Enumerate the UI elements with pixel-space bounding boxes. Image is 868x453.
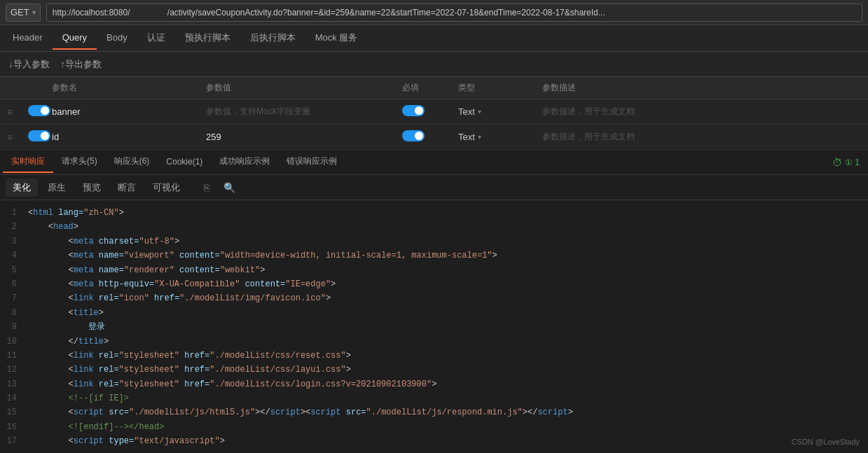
required-toggle-1[interactable] <box>402 130 425 141</box>
param-description-0: 参数描述，用于生成文档 <box>542 106 635 116</box>
view-btn-beautify[interactable]: 美化 <box>6 179 38 197</box>
col-description: 参数描述 <box>538 82 865 94</box>
method-label: GET <box>11 7 29 18</box>
response-view-bar: 美化 原生 预览 断言 可视化 ⎘ 🔍 <box>0 175 868 200</box>
view-btn-raw[interactable]: 原生 <box>41 179 73 197</box>
tab-auth[interactable]: 认证 <box>137 26 175 51</box>
tab-pre-script[interactable]: 预执行脚本 <box>175 26 240 51</box>
url-bar: GET ▾ <box>0 0 868 25</box>
description-cell-1: 参数描述，用于生成文档 <box>538 131 865 143</box>
line-number: 10 <box>0 335 28 349</box>
line-number: 14 <box>0 391 28 405</box>
request-tab-bar: Header Query Body 认证 预执行脚本 后执行脚本 Mock 服务 <box>0 25 868 52</box>
required-cell-1[interactable] <box>398 130 454 144</box>
view-btn-visualize[interactable]: 可视化 <box>146 179 187 197</box>
line-content: <meta charset="utf-8"> <box>28 235 868 249</box>
line-number: 12 <box>0 363 28 377</box>
line-content: <meta http-equiv="X-UA-Compatible" conte… <box>28 277 868 291</box>
drag-icon: ≡ <box>7 132 13 143</box>
code-line: 14 <!--[if IE]> <box>0 391 868 405</box>
type-dropdown-icon-0: ▾ <box>478 108 481 116</box>
tab-response-headers[interactable]: 响应头(6) <box>106 151 158 173</box>
clock-icon: ⏱ <box>832 157 842 168</box>
line-content: </title> <box>28 335 868 349</box>
tab-realtime-response[interactable]: 实时响应 <box>3 151 53 173</box>
toggle-cell-1[interactable] <box>25 130 48 144</box>
code-line: 4 <meta name="viewport" content="width=d… <box>0 249 868 263</box>
copy-icon[interactable]: ⎘ <box>198 179 215 196</box>
code-line: 2 <head> <box>0 220 868 234</box>
timer-badge: ⏱ ① 1 <box>832 157 860 168</box>
param-name-1: id <box>48 132 202 142</box>
code-line: 9 登录 <box>0 320 868 334</box>
code-line: 5 <meta name="renderer" content="webkit"… <box>0 263 868 277</box>
line-content: <script type="text/javascript"> <box>28 434 868 445</box>
line-content: <title> <box>28 306 868 320</box>
params-toolbar: ↓导入参数 ↑导出参数 <box>0 52 868 77</box>
code-line: 6 <meta http-equiv="X-UA-Compatible" con… <box>0 277 868 291</box>
tab-header[interactable]: Header <box>3 27 53 50</box>
code-view: 1<html lang="zh-CN">2 <head>3 <meta char… <box>0 200 868 445</box>
line-content: 登录 <box>28 320 868 334</box>
method-select[interactable]: GET ▾ <box>6 4 41 22</box>
col-param-value: 参数值 <box>202 82 398 94</box>
line-number: 6 <box>0 277 28 291</box>
url-input[interactable] <box>46 4 862 22</box>
timer-value: ① 1 <box>845 158 860 167</box>
type-label-1: Text <box>458 132 475 142</box>
table-row: ≡ id 259 Text ▾ 参数描述，用于生成文档 <box>0 125 868 150</box>
tab-cookie[interactable]: Cookie(1) <box>158 153 211 172</box>
line-number: 5 <box>0 263 28 277</box>
line-content: <link rel="icon" href="./modelList/img/f… <box>28 291 868 305</box>
csdn-badge: CSDN @LoveStady <box>792 438 860 446</box>
tab-success-example[interactable]: 成功响应示例 <box>211 151 278 173</box>
search-icon[interactable]: 🔍 <box>218 179 241 196</box>
response-tab-bar: 实时响应 请求头(5) 响应头(6) Cookie(1) 成功响应示例 错误响应… <box>0 150 868 175</box>
toggle-cell-0[interactable] <box>25 105 48 118</box>
tab-mock[interactable]: Mock 服务 <box>305 26 368 51</box>
line-number: 16 <box>0 420 28 434</box>
export-params-button[interactable]: ↑导出参数 <box>61 58 102 71</box>
param-name-0: banner <box>48 106 202 117</box>
tab-post-script[interactable]: 后执行脚本 <box>240 26 305 51</box>
code-line: 3 <meta charset="utf-8"> <box>0 235 868 249</box>
row-toggle-0[interactable] <box>28 105 50 116</box>
type-cell-1[interactable]: Text ▾ <box>454 132 538 142</box>
col-param-name: 参数名 <box>48 82 202 94</box>
method-dropdown-icon: ▾ <box>32 8 36 16</box>
code-line: 13 <link rel="stylesheet" href="./modelL… <box>0 377 868 391</box>
tab-query[interactable]: Query <box>53 27 97 50</box>
required-cell-0[interactable] <box>398 105 454 118</box>
required-toggle-0[interactable] <box>402 105 425 116</box>
line-number: 7 <box>0 291 28 305</box>
line-number: 8 <box>0 306 28 320</box>
line-number: 1 <box>0 206 28 220</box>
tab-error-example[interactable]: 错误响应示例 <box>278 151 345 173</box>
import-params-button[interactable]: ↓导入参数 <box>8 58 50 71</box>
tab-body[interactable]: Body <box>97 27 137 50</box>
line-content: <meta name="renderer" content="webkit"> <box>28 263 868 277</box>
line-content: <meta name="viewport" content="width=dev… <box>28 249 868 263</box>
drag-handle-1[interactable]: ≡ <box>3 132 25 143</box>
code-line: 8 <title> <box>0 306 868 320</box>
line-number: 2 <box>0 220 28 234</box>
line-content: <script src="./modelList/js/html5.js"></… <box>28 405 868 419</box>
drag-icon: ≡ <box>7 106 13 118</box>
row-toggle-1[interactable] <box>28 130 50 141</box>
line-content: <link rel="stylesheet" href="./modelList… <box>28 349 868 363</box>
view-btn-preview[interactable]: 预览 <box>76 179 108 197</box>
description-cell-0: 参数描述，用于生成文档 <box>538 106 865 118</box>
code-line: 15 <script src="./modelList/js/html5.js"… <box>0 405 868 419</box>
drag-handle-0[interactable]: ≡ <box>3 106 25 118</box>
view-btn-assertion[interactable]: 断言 <box>111 179 143 197</box>
line-number: 15 <box>0 405 28 419</box>
line-content: <link rel="stylesheet" href="./modelList… <box>28 363 868 377</box>
type-cell-0[interactable]: Text ▾ <box>454 106 538 117</box>
code-line: 1<html lang="zh-CN"> <box>0 206 868 220</box>
param-value-1: 259 <box>202 132 398 142</box>
code-line: 16 <![endif]--></head> <box>0 420 868 434</box>
col-type: 类型 <box>454 82 538 94</box>
param-value-cell-0: 参数值，支持Mock字段变量 <box>202 106 398 118</box>
line-number: 3 <box>0 235 28 249</box>
tab-request-headers[interactable]: 请求头(5) <box>53 151 106 173</box>
